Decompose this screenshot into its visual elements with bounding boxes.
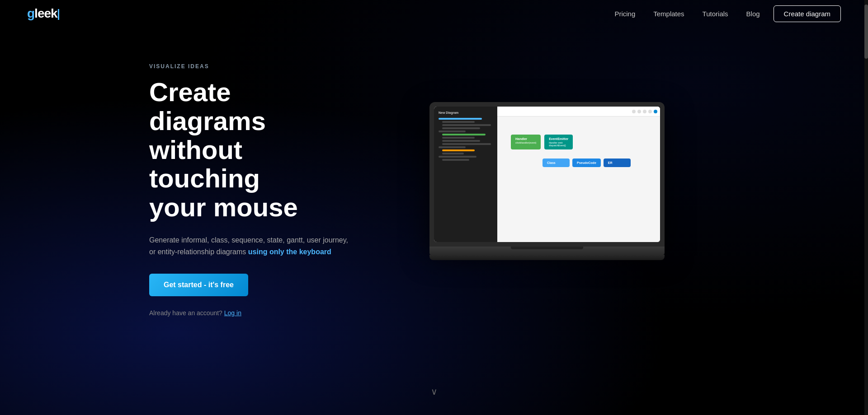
code-line (442, 149, 475, 151)
nav-pricing[interactable]: Pricing (614, 10, 635, 18)
already-account-text: Already have an account? Log in (149, 309, 241, 317)
scrollbar-thumb[interactable] (864, 5, 868, 59)
logo-cursor (58, 9, 59, 20)
code-line (442, 153, 464, 154)
code-line (439, 156, 476, 158)
description: Generate informal, class, sequence, stat… (149, 234, 348, 257)
diagram-node-pseudocode: PseudoCode (572, 159, 601, 167)
topbar-dot (648, 110, 652, 113)
code-line (442, 124, 491, 126)
code-line (442, 159, 469, 161)
already-account-label: Already have an account? (149, 309, 222, 317)
diagram-node-eventemitter: EventEmitter Handler emitdispatchEvent() (544, 135, 573, 149)
topbar-dot-active (654, 110, 657, 113)
nav-blog[interactable]: Blog (746, 10, 760, 18)
headline-line1: Create diagrams (149, 77, 266, 135)
logo[interactable]: gleek (27, 6, 59, 21)
logo-text-rest: leek (34, 6, 57, 20)
scroll-indicator[interactable]: ∨ (431, 386, 438, 397)
logo-text: g (27, 6, 34, 20)
code-line (439, 131, 466, 132)
code-line (442, 143, 491, 145)
eyebrow-text: VISUALIZE IDEAS (149, 63, 348, 70)
headline-line3: your mouse (149, 192, 298, 222)
nav-templates[interactable]: Templates (653, 10, 684, 18)
code-line (442, 140, 480, 142)
topbar-dot (632, 110, 636, 113)
hero-section: VISUALIZE IDEAS Create diagrams without … (0, 63, 868, 317)
topbar-dot (643, 110, 646, 113)
headline-line2: without touching (149, 135, 260, 193)
diagram-node-class: Class (542, 159, 570, 167)
canvas-topbar (497, 107, 660, 117)
navbar: gleek Pricing Templates Tutorials Blog C… (0, 0, 868, 27)
laptop-screen-inner: New Diagram (434, 107, 660, 242)
nav-tutorials[interactable]: Tutorials (703, 10, 728, 18)
login-link[interactable]: Log in (224, 309, 241, 317)
editor-title: New Diagram (439, 111, 493, 114)
laptop-screen-outer: New Diagram (429, 102, 665, 247)
nav-links: Pricing Templates Tutorials Blog (614, 10, 760, 18)
laptop-illustration: New Diagram (375, 102, 719, 260)
create-diagram-button[interactable]: Create diagram (774, 5, 841, 22)
code-line (439, 146, 466, 148)
code-line (442, 121, 475, 123)
laptop-base (429, 247, 665, 255)
scrollbar[interactable] (864, 0, 868, 415)
headline: Create diagrams without touching your mo… (149, 78, 348, 222)
get-started-button[interactable]: Get started - it's free (149, 274, 248, 296)
hero-content: VISUALIZE IDEAS Create diagrams without … (149, 63, 375, 317)
diagram-area: Handler clickHandler(event) EventEmitter… (497, 126, 660, 176)
code-line (439, 118, 482, 120)
diagram-node-er: ER (604, 159, 631, 167)
topbar-dot (637, 110, 641, 113)
description-emphasis: using only the keyboard (248, 248, 331, 256)
code-line (442, 127, 480, 129)
code-line (442, 134, 486, 135)
editor-sidebar: New Diagram (434, 107, 497, 242)
laptop-hinge (511, 247, 583, 249)
diagram-node-handler: Handler clickHandler(event) (511, 135, 541, 149)
editor-canvas: Handler clickHandler(event) EventEmitter… (497, 107, 660, 242)
laptop-foot (429, 255, 665, 260)
code-line (442, 137, 475, 139)
laptop: New Diagram (429, 102, 665, 260)
